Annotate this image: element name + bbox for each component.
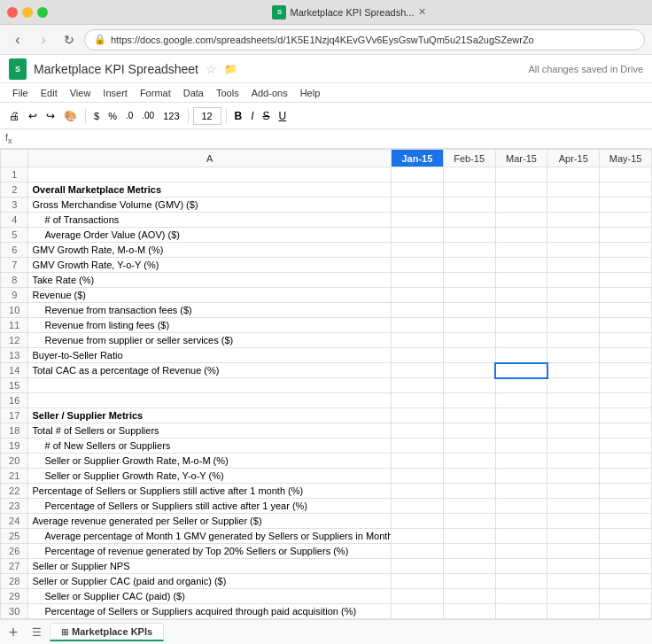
cell-f[interactable]	[600, 454, 652, 469]
percent-button[interactable]: %	[105, 109, 120, 123]
col-header-f[interactable]: May-15	[600, 150, 652, 167]
menu-format[interactable]: Format	[135, 86, 176, 100]
cell-e[interactable]	[547, 514, 600, 529]
cell-c[interactable]	[443, 182, 495, 198]
menu-edit[interactable]: Edit	[35, 86, 63, 100]
cell-c[interactable]	[443, 258, 495, 273]
cell-c[interactable]	[443, 469, 495, 484]
cell-a[interactable]: Average revenue generated per Seller or …	[28, 514, 391, 529]
cell-a[interactable]: Percentage of Sellers or Suppliers acqui…	[28, 604, 391, 619]
bold-button[interactable]: B	[231, 108, 246, 124]
cell-c[interactable]	[443, 514, 495, 529]
close-button[interactable]	[7, 7, 18, 18]
doc-title[interactable]: Marketplace KPI Spreadsheet	[34, 62, 198, 76]
cell-f[interactable]	[600, 559, 652, 574]
cell-b[interactable]	[391, 408, 443, 423]
cell-f[interactable]	[600, 438, 652, 454]
maximize-button[interactable]	[37, 7, 48, 18]
menu-help[interactable]: Help	[295, 86, 326, 100]
cell-f[interactable]	[600, 574, 652, 589]
cell-b[interactable]	[391, 484, 443, 499]
cell-b[interactable]	[391, 167, 443, 182]
cell-c[interactable]	[443, 484, 495, 499]
reload-button[interactable]: ↻	[58, 29, 80, 50]
cell-d[interactable]	[495, 243, 547, 258]
cell-b[interactable]	[391, 333, 443, 348]
cell-f[interactable]	[600, 258, 652, 273]
col-header-a[interactable]: A	[28, 150, 391, 167]
cell-b[interactable]	[391, 273, 443, 288]
cell-a[interactable]: Percentage of Sellers or Suppliers still…	[28, 484, 391, 499]
cell-d[interactable]	[495, 167, 547, 182]
currency-button[interactable]: $	[90, 109, 103, 123]
cell-b[interactable]	[391, 182, 443, 198]
cell-c[interactable]	[443, 378, 495, 393]
cell-a[interactable]: Seller or Supplier Growth Rate, Y-o-Y (%…	[28, 469, 391, 484]
cell-c[interactable]	[443, 213, 495, 228]
cell-f[interactable]	[600, 303, 652, 318]
cell-d[interactable]	[495, 213, 547, 228]
cell-d[interactable]	[495, 514, 547, 529]
cell-e[interactable]	[547, 318, 600, 333]
cell-c[interactable]	[443, 393, 495, 408]
cell-a[interactable]	[28, 167, 391, 182]
cell-d[interactable]	[495, 589, 547, 604]
cell-c[interactable]	[443, 167, 495, 182]
decrease-decimal-button[interactable]: .0	[122, 109, 136, 122]
cell-c[interactable]	[443, 408, 495, 423]
cell-c[interactable]	[443, 243, 495, 258]
font-size-input[interactable]	[193, 107, 221, 125]
cell-a[interactable]: Seller or Supplier NPS	[28, 559, 391, 574]
forward-button[interactable]: ›	[33, 29, 54, 50]
cell-d[interactable]	[495, 333, 547, 348]
cell-c[interactable]	[443, 333, 495, 348]
cell-a[interactable]: Total CAC as a percentage of Revenue (%)	[28, 363, 391, 378]
cell-f[interactable]	[600, 393, 652, 408]
cell-e[interactable]	[547, 258, 600, 273]
cell-e[interactable]	[547, 499, 600, 514]
cell-e[interactable]	[547, 333, 600, 348]
sheet-menu-icon[interactable]: ☰	[27, 623, 46, 642]
cell-b[interactable]	[391, 303, 443, 318]
cell-e[interactable]	[547, 604, 600, 619]
cell-f[interactable]	[600, 243, 652, 258]
cell-d[interactable]	[495, 228, 547, 243]
col-header-c[interactable]: Feb-15	[443, 150, 495, 167]
cell-a[interactable]: Percentage of Sellers or Suppliers still…	[28, 499, 391, 514]
cell-c[interactable]	[443, 559, 495, 574]
cell-b[interactable]	[391, 529, 443, 544]
cell-c[interactable]	[443, 303, 495, 318]
cell-d[interactable]	[495, 393, 547, 408]
cell-a[interactable]: Gross Merchandise Volume (GMV) ($)	[28, 198, 391, 213]
cell-e[interactable]	[547, 363, 600, 378]
cell-c[interactable]	[443, 589, 495, 604]
cell-f[interactable]	[600, 228, 652, 243]
cell-e[interactable]	[547, 243, 600, 258]
format-123-button[interactable]: 123	[159, 109, 182, 123]
cell-f[interactable]	[600, 529, 652, 544]
cell-d[interactable]	[495, 303, 547, 318]
cell-e[interactable]	[547, 198, 600, 213]
cell-b[interactable]	[391, 604, 443, 619]
sheet-tab-marketplace-kpis[interactable]: ⊞ Marketplace KPIs	[50, 623, 164, 641]
paint-format-button[interactable]: 🎨	[60, 108, 81, 124]
cell-b[interactable]	[391, 393, 443, 408]
cell-a[interactable]: # of New Sellers or Suppliers	[28, 438, 391, 454]
cell-b[interactable]	[391, 213, 443, 228]
menu-file[interactable]: File	[7, 86, 34, 100]
cell-a[interactable]: Buyer-to-Seller Ratio	[28, 348, 391, 363]
cell-f[interactable]	[600, 544, 652, 559]
folder-icon[interactable]: 📁	[224, 63, 237, 75]
cell-e[interactable]	[547, 393, 600, 408]
cell-d[interactable]	[495, 273, 547, 288]
cell-d[interactable]	[495, 378, 547, 393]
cell-e[interactable]	[547, 348, 600, 363]
cell-f[interactable]	[600, 167, 652, 182]
cell-e[interactable]	[547, 438, 600, 454]
cell-f[interactable]	[600, 499, 652, 514]
underline-button[interactable]: U	[276, 108, 291, 124]
cell-c[interactable]	[443, 198, 495, 213]
cell-a[interactable]: Seller or Supplier CAC (paid) ($)	[28, 589, 391, 604]
cell-b[interactable]	[391, 499, 443, 514]
cell-b[interactable]	[391, 469, 443, 484]
